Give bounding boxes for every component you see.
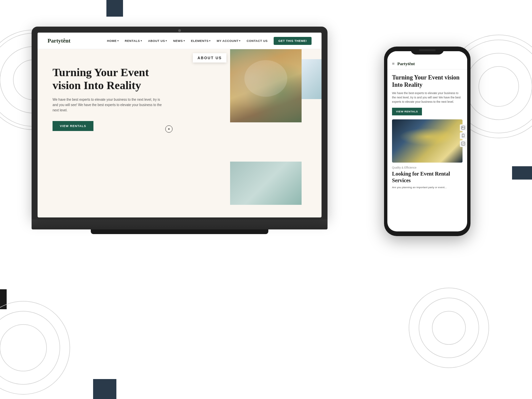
nav-contact[interactable]: CONTACT US [247,39,268,43]
chevron-down-icon: ▾ [117,40,119,42]
hero-section: Turning Your Event vision Into Reality W… [38,49,322,208]
nav-news[interactable]: NEWS ▾ [173,39,185,43]
laptop-frame: Partytênt HOME ▾ RENTALS ▾ ABOUT US ▾ [32,27,328,219]
svg-point-9 [0,311,60,384]
hero-image-bottom [230,162,302,205]
svg-point-4 [479,66,519,106]
phone-hero-title: Turning Your Event vision Into Reality [392,74,463,88]
bookmark-icon[interactable] [460,132,466,139]
phone-quality-tag: Quality & Efficience [392,166,463,169]
laptop-camera [178,29,181,32]
laptop-device: Partytênt HOME ▾ RENTALS ▾ ABOUT US ▾ [32,27,328,246]
venue-lights-effect [399,128,456,145]
laptop-foot [91,229,268,234]
decorative-square-top [106,0,123,17]
about-us-badge: ABOUT US [193,53,226,63]
nav-links: HOME ▾ RENTALS ▾ ABOUT US ▾ NEWS ▾ [107,37,312,45]
phone-side-icons [460,124,466,147]
hamburger-icon[interactable]: ≡ [392,61,395,66]
hero-images [165,49,322,208]
svg-point-13 [409,288,489,368]
table-setting-image [230,49,302,122]
circle-rings-bottom-right [406,285,492,372]
nav-about[interactable]: ABOUT US ▾ [148,39,167,43]
phone-speaker [419,49,436,51]
decorative-square-mid-right [512,166,532,180]
hero-description: We have the best experts to elevate your… [53,97,166,113]
laptop-base [32,219,328,229]
chevron-down-icon: ▾ [239,40,241,42]
nav-rentals[interactable]: RENTALS ▾ [125,39,142,43]
hero-cta-button[interactable]: VIEW RENTALS [53,121,93,131]
decorative-square-bottom-left [0,289,7,309]
chevron-down-icon: ▾ [209,40,211,42]
phone-frame: ≡ Partytênt Turning Your Event vision In… [384,47,470,236]
phone-notch [411,47,444,55]
phone-device: ≡ Partytênt Turning Your Event vision In… [384,47,470,236]
nav-account[interactable]: MY ACCOUNT ▾ [217,39,241,43]
phone-screen: ≡ Partytênt Turning Your Event vision In… [387,51,467,231]
chevron-down-icon: ▾ [184,40,185,42]
svg-rect-16 [462,142,465,145]
chevron-down-icon: ▾ [141,40,142,42]
phone-section-title: Looking for Event Rental Services [392,171,463,183]
laptop-screen: Partytênt HOME ▾ RENTALS ▾ ABOUT US ▾ [38,33,322,217]
svg-point-5 [466,53,532,120]
nav-home[interactable]: HOME ▾ [107,39,119,43]
nav-cta-button[interactable]: GET THIS THEME! [274,37,312,45]
gallery-icon[interactable] [460,124,466,131]
phone-logo: Partytênt [397,61,415,66]
svg-point-8 [0,325,47,371]
site-logo: Partytênt [48,38,70,44]
svg-point-12 [419,298,479,358]
site-navigation: Partytênt HOME ▾ RENTALS ▾ ABOUT US ▾ [38,33,322,49]
phone-content: Turning Your Event vision Into Reality W… [387,69,467,230]
nav-elements[interactable]: ELEMENTS ▾ [191,39,211,43]
phone-section-description: Are you planning an important party or e… [392,186,463,189]
hero-image-main [230,49,302,122]
phone-cta-button[interactable]: VIEW RENTALS [392,108,422,115]
hero-title: Turning Your Event vision Into Reality [53,66,180,92]
svg-point-11 [432,311,466,344]
hero-content: Turning Your Event vision Into Reality W… [53,66,180,131]
decorative-square-bottom-center [93,379,116,399]
svg-point-10 [0,301,70,394]
phone-venue-image [392,119,463,163]
chevron-down-icon: ▾ [166,40,167,42]
check-icon[interactable] [460,140,466,147]
phone-hero-description: We have the best experts to elevate your… [392,91,463,104]
circle-rings-bottom-left [0,298,73,399]
